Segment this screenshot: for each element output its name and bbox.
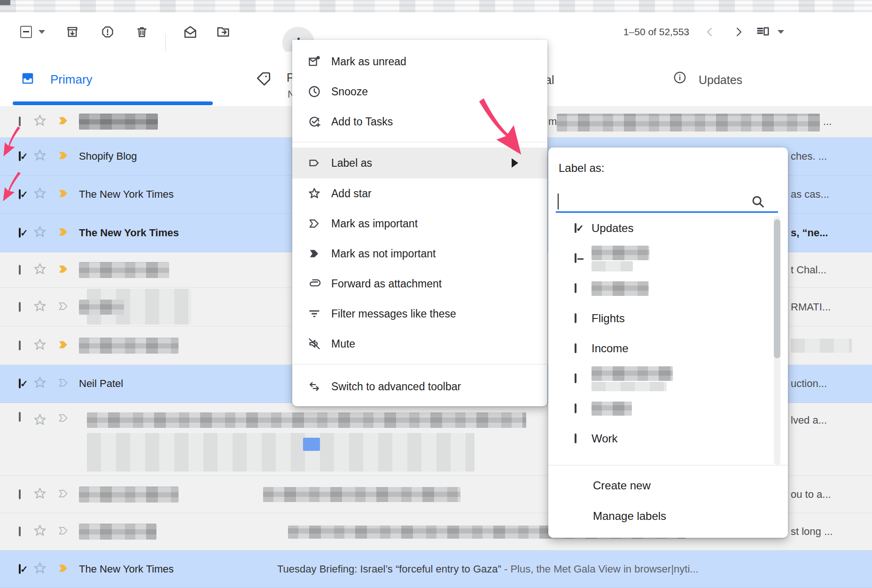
active-tab-underline bbox=[13, 101, 213, 105]
importance-marker[interactable] bbox=[57, 264, 70, 276]
row-checkbox[interactable] bbox=[19, 229, 21, 237]
star-icon[interactable] bbox=[33, 524, 47, 540]
redacted-sender bbox=[79, 524, 156, 540]
report-spam-button[interactable] bbox=[96, 21, 119, 43]
redacted-label-name bbox=[592, 366, 673, 381]
background-artwork-corner bbox=[0, 0, 10, 5]
redacted-label-name bbox=[592, 246, 649, 260]
select-all-checkbox[interactable] bbox=[15, 21, 37, 43]
label-search-input[interactable] bbox=[556, 193, 778, 213]
star-icon[interactable] bbox=[33, 338, 47, 354]
row-checkbox[interactable] bbox=[19, 379, 21, 388]
star-icon[interactable] bbox=[33, 114, 47, 130]
row-checkbox[interactable] bbox=[19, 490, 21, 499]
star-icon[interactable] bbox=[33, 561, 47, 577]
star-icon[interactable] bbox=[33, 225, 47, 241]
split-pane-caret[interactable] bbox=[773, 21, 789, 43]
label-option-updates[interactable]: Updates bbox=[548, 213, 774, 243]
importance-marker[interactable] bbox=[57, 116, 70, 128]
label-option-redacted[interactable] bbox=[548, 243, 774, 273]
star-icon[interactable] bbox=[33, 299, 47, 315]
newer-page-button[interactable] bbox=[699, 21, 721, 43]
importance-marker[interactable] bbox=[57, 340, 70, 352]
importance-marker[interactable] bbox=[57, 563, 70, 575]
menu-item-filter-messages[interactable]: Filter messages like these bbox=[292, 299, 547, 329]
importance-marker[interactable] bbox=[57, 413, 70, 425]
more-actions-menu: Mark as unread Snooze Add to Tasks Label… bbox=[292, 40, 547, 406]
row-checkbox[interactable] bbox=[19, 152, 21, 161]
menu-item-switch-toolbar[interactable]: Switch to advanced toolbar bbox=[292, 370, 547, 403]
older-page-button[interactable] bbox=[727, 21, 750, 43]
label-list: Updates Flights Income bbox=[548, 213, 774, 465]
switch-arrows-icon bbox=[308, 380, 321, 393]
email-subject: Tuesday Briefing: Israel’s “forceful ent… bbox=[277, 563, 699, 575]
tab-updates-label: Updates bbox=[699, 73, 742, 87]
importance-marker[interactable] bbox=[57, 301, 70, 313]
importance-marker[interactable] bbox=[57, 488, 70, 501]
create-new-label-button[interactable]: Create new bbox=[593, 479, 651, 492]
label-option-flights[interactable]: Flights bbox=[548, 303, 774, 333]
mark-as-read-button[interactable] bbox=[179, 21, 202, 43]
star-icon[interactable] bbox=[33, 376, 47, 392]
select-dropdown-caret[interactable] bbox=[35, 21, 49, 43]
split-view-icon bbox=[756, 25, 770, 39]
star-icon[interactable] bbox=[33, 148, 47, 164]
redacted-preview bbox=[87, 433, 475, 472]
text-cursor bbox=[558, 193, 559, 209]
importance-marker[interactable] bbox=[57, 227, 70, 239]
row-checkbox[interactable] bbox=[19, 341, 21, 350]
row-snippet-fragment: ches. ... bbox=[791, 150, 827, 162]
redacted-subject bbox=[87, 412, 526, 428]
label-option-income[interactable]: Income bbox=[548, 333, 774, 364]
panel-scrollbar-thumb[interactable] bbox=[774, 219, 780, 358]
row-snippet-fragment: uction... bbox=[791, 378, 827, 390]
row-snippet-fragment: ou to a... bbox=[791, 488, 831, 501]
row-checkbox[interactable] bbox=[19, 565, 21, 573]
move-to-button[interactable] bbox=[212, 21, 234, 43]
archive-button[interactable] bbox=[61, 21, 84, 43]
menu-item-mute[interactable]: Mute bbox=[292, 329, 547, 359]
row-checkbox[interactable] bbox=[19, 527, 21, 536]
redacted-label-name bbox=[592, 281, 649, 296]
row-snippet-fragment: st long ... bbox=[791, 526, 833, 538]
row-snippet-fragment: as cas... bbox=[791, 188, 829, 201]
redacted-snippet bbox=[791, 339, 852, 353]
menu-item-forward-as-attachment[interactable]: Forward as attachment bbox=[292, 269, 547, 299]
importance-marker[interactable] bbox=[57, 378, 70, 390]
label-option-work[interactable]: Work bbox=[548, 424, 774, 454]
row-checkbox[interactable] bbox=[19, 303, 21, 311]
label-option-redacted[interactable] bbox=[548, 364, 774, 394]
split-pane-toggle[interactable] bbox=[752, 21, 774, 43]
row-checkbox[interactable] bbox=[19, 266, 21, 274]
background-artwork bbox=[0, 0, 872, 12]
open-envelope-icon bbox=[183, 25, 197, 39]
indeterminate-checkbox-icon bbox=[20, 26, 32, 38]
menu-item-add-star[interactable]: Add star bbox=[292, 178, 547, 209]
search-icon bbox=[751, 194, 765, 209]
star-icon[interactable] bbox=[33, 186, 47, 202]
report-spam-icon bbox=[101, 25, 114, 39]
delete-button[interactable] bbox=[131, 21, 153, 43]
importance-marker[interactable] bbox=[57, 526, 70, 538]
trash-icon bbox=[135, 25, 148, 39]
star-icon[interactable] bbox=[33, 262, 47, 278]
menu-item-mark-as-unread[interactable]: Mark as unread bbox=[292, 46, 547, 77]
star-icon[interactable] bbox=[33, 487, 47, 503]
manage-labels-button[interactable]: Manage labels bbox=[593, 510, 666, 523]
label-option-redacted[interactable] bbox=[548, 273, 774, 303]
label-option-redacted[interactable] bbox=[548, 394, 774, 424]
redacted-subject bbox=[263, 487, 460, 502]
importance-marker[interactable] bbox=[57, 188, 70, 201]
row-snippet-fragment: lved a... bbox=[791, 414, 827, 426]
redacted-label-name bbox=[592, 261, 633, 271]
menu-item-mark-as-not-important[interactable]: Mark as not important bbox=[292, 239, 547, 269]
important-filled-icon bbox=[308, 247, 321, 260]
email-row[interactable]: The New York Times Tuesday Briefing: Isr… bbox=[0, 550, 872, 588]
menu-item-mark-as-important[interactable]: Mark as important bbox=[292, 209, 547, 239]
star-icon[interactable] bbox=[33, 413, 47, 429]
importance-marker[interactable] bbox=[57, 150, 70, 162]
row-checkbox[interactable] bbox=[19, 413, 21, 421]
tab-primary-label: Primary bbox=[50, 72, 93, 87]
folder-move-icon bbox=[216, 25, 230, 39]
archive-icon bbox=[66, 25, 79, 39]
